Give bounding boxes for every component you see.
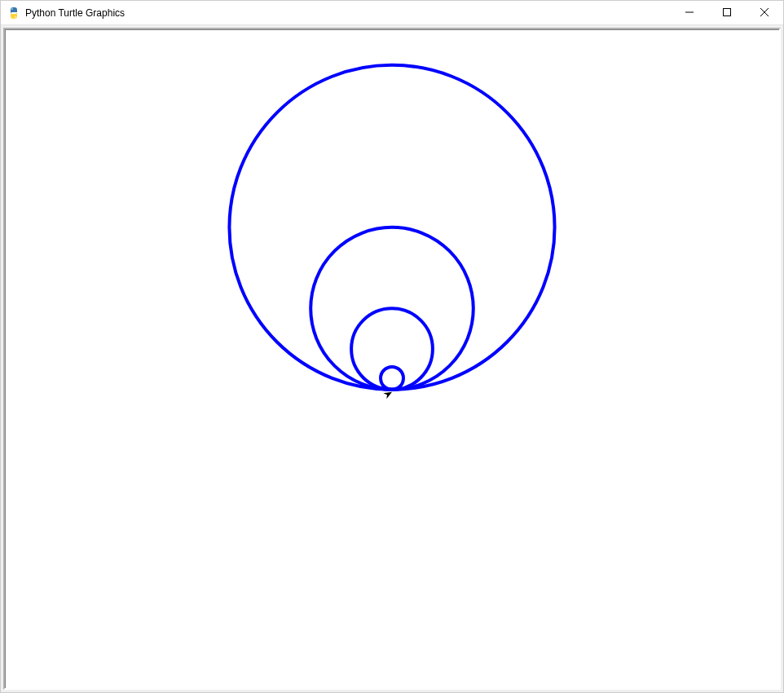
window-title: Python Turtle Graphics <box>25 7 671 19</box>
python-icon <box>7 7 20 20</box>
svg-point-0 <box>11 8 13 10</box>
circle-r14 <box>381 367 403 390</box>
svg-point-1 <box>15 16 16 18</box>
maximize-button[interactable] <box>708 1 746 24</box>
client-area <box>1 25 783 692</box>
close-icon <box>760 7 769 18</box>
close-button[interactable] <box>746 1 783 24</box>
minimize-icon <box>685 7 694 18</box>
svg-rect-3 <box>724 8 731 15</box>
turtle-canvas-frame <box>3 28 781 690</box>
minimize-button[interactable] <box>671 1 708 24</box>
maximize-icon <box>723 7 731 18</box>
circle-r50 <box>351 308 433 390</box>
app-window: Python Turtle Graphics <box>0 0 784 693</box>
turtle-canvas[interactable] <box>5 29 779 688</box>
titlebar[interactable]: Python Turtle Graphics <box>1 1 783 25</box>
window-controls <box>671 1 783 24</box>
drawn-circles <box>229 65 554 390</box>
